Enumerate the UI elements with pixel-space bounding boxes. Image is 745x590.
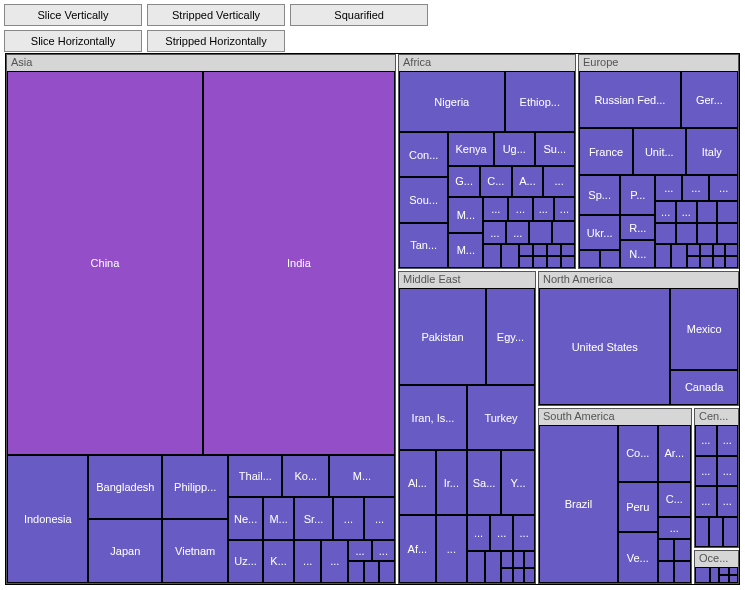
cell-tanzania[interactable]: Tan... <box>399 223 448 268</box>
cell-africa-s9[interactable] <box>552 221 575 245</box>
cell-uganda[interactable]: Ug... <box>494 132 534 165</box>
cell-africa-s6[interactable]: ... <box>483 221 506 245</box>
cell-me-s7[interactable] <box>501 551 513 569</box>
cell-oc-1[interactable] <box>695 567 710 583</box>
cell-eu-s17[interactable] <box>725 244 738 256</box>
cell-chile[interactable]: C... <box>658 482 691 517</box>
cell-ca-7[interactable] <box>695 517 709 548</box>
cell-asia-small-6[interactable]: ... <box>372 540 395 562</box>
squarified-button[interactable]: Squarified <box>290 4 428 26</box>
cell-afghanistan[interactable]: Af... <box>399 515 436 583</box>
cell-madagascar[interactable]: M... <box>448 233 483 268</box>
cell-eu-s10[interactable] <box>697 223 718 245</box>
cell-me-s1[interactable]: ... <box>436 515 467 583</box>
cell-eu-s0[interactable] <box>579 250 600 268</box>
cell-ethiopia[interactable]: Ethiop... <box>505 71 575 132</box>
cell-eu-s15[interactable] <box>700 244 713 256</box>
cell-sa-s3[interactable] <box>674 539 691 561</box>
cell-eu-s12[interactable] <box>655 244 671 268</box>
cell-kazakhstan[interactable]: K... <box>263 540 294 583</box>
cell-turkey[interactable]: Turkey <box>467 385 535 450</box>
cell-sa-s1[interactable]: ... <box>658 517 691 539</box>
cell-venezuela[interactable]: Ve... <box>618 532 658 583</box>
cell-me-s6[interactable] <box>485 551 501 583</box>
cell-nigeria[interactable]: Nigeria <box>399 71 505 132</box>
region-middle-east[interactable]: Middle East Pakistan Egy... Iran, Is... … <box>398 271 536 584</box>
cell-eu-s1[interactable]: ... <box>655 175 682 201</box>
cell-ca-1[interactable]: ... <box>695 425 717 456</box>
cell-eu-s3[interactable]: ... <box>709 175 738 201</box>
cell-ca-2[interactable]: ... <box>717 425 739 456</box>
cell-eu-s11[interactable] <box>717 223 738 245</box>
cell-me-s10[interactable] <box>501 568 513 583</box>
cell-africa-s2[interactable]: ... <box>483 197 508 221</box>
cell-oc-5[interactable] <box>719 575 728 583</box>
cell-romania[interactable]: R... <box>620 215 655 241</box>
cell-china[interactable]: China <box>7 71 203 455</box>
cell-asia-small-5[interactable]: ... <box>348 540 371 562</box>
cell-eu-s6[interactable] <box>697 201 718 223</box>
cell-sa-s5[interactable] <box>674 561 691 583</box>
cell-me-s2[interactable]: ... <box>467 515 490 550</box>
cell-me-s9[interactable] <box>524 551 535 569</box>
cell-oc-3[interactable] <box>719 567 728 575</box>
cell-russia[interactable]: Russian Fed... <box>579 71 681 128</box>
cell-south-africa[interactable]: Sou... <box>399 177 448 222</box>
cell-korea[interactable]: Ko... <box>282 455 329 497</box>
cell-kenya[interactable]: Kenya <box>448 132 494 165</box>
cell-yemen[interactable]: Y... <box>501 450 535 515</box>
cell-ca-5[interactable]: ... <box>695 486 717 517</box>
cell-me-s11[interactable] <box>513 568 524 583</box>
cell-japan[interactable]: Japan <box>88 519 162 583</box>
cell-asia-small-7[interactable] <box>348 561 364 583</box>
cell-ca-9[interactable] <box>723 517 738 548</box>
cell-africa-s11[interactable] <box>501 244 519 268</box>
cell-germany[interactable]: Ger... <box>681 71 738 128</box>
cell-eu-s13[interactable] <box>671 244 687 268</box>
cell-africa-s1[interactable]: ... <box>543 166 575 198</box>
cell-ca-4[interactable]: ... <box>717 456 739 487</box>
cell-vietnam[interactable]: Vietnam <box>162 519 228 583</box>
region-central-america[interactable]: Cen... ... ... ... ... ... ... <box>694 408 739 548</box>
cell-africa-s14[interactable] <box>547 244 561 256</box>
cell-eu-s2[interactable]: ... <box>682 175 709 201</box>
region-south-america[interactable]: South America Brazil Co... Ar... Peru Ve… <box>538 408 692 584</box>
cell-uzbekistan[interactable]: Uz... <box>228 540 263 583</box>
region-asia[interactable]: Asia China India Indonesia Bangladesh Ja… <box>6 54 396 584</box>
cell-asia-small-4[interactable]: ... <box>321 540 348 583</box>
cell-india[interactable]: India <box>203 71 395 455</box>
cell-oc-4[interactable] <box>729 567 738 575</box>
cell-peru[interactable]: Peru <box>618 482 658 533</box>
cell-ca-8[interactable] <box>709 517 723 548</box>
cell-pakistan[interactable]: Pakistan <box>399 288 486 385</box>
cell-africa-s19[interactable] <box>561 256 575 268</box>
cell-iraq[interactable]: Ir... <box>436 450 467 515</box>
cell-me-s5[interactable] <box>467 551 485 583</box>
cell-me-s8[interactable] <box>513 551 524 569</box>
cell-asia-small-8[interactable] <box>364 561 380 583</box>
cell-africa-s18[interactable] <box>547 256 561 268</box>
cell-africa-s4[interactable]: ... <box>533 197 554 221</box>
cell-asia-small-2[interactable]: ... <box>364 497 395 539</box>
cell-africa-s8[interactable] <box>529 221 552 245</box>
cell-africa-s5[interactable]: ... <box>554 197 575 221</box>
stripped-vertically-button[interactable]: Stripped Vertically <box>147 4 285 26</box>
cell-bangladesh[interactable]: Bangladesh <box>88 455 162 519</box>
cell-eu-s14[interactable] <box>687 244 700 256</box>
cell-congo[interactable]: Con... <box>399 132 448 177</box>
cell-asia-small-9[interactable] <box>379 561 395 583</box>
cell-mozambique[interactable]: M... <box>448 197 483 232</box>
cell-eu-s0b[interactable] <box>600 250 621 268</box>
cell-argentina[interactable]: Ar... <box>658 425 691 482</box>
cell-africa-s10[interactable] <box>483 244 501 268</box>
cell-france[interactable]: France <box>579 128 633 175</box>
cell-indonesia[interactable]: Indonesia <box>7 455 88 583</box>
cell-myanmar[interactable]: M... <box>329 455 395 497</box>
cell-saudi[interactable]: Sa... <box>467 450 501 515</box>
cell-iran[interactable]: Iran, Is... <box>399 385 467 450</box>
cell-canada[interactable]: Canada <box>670 370 738 405</box>
cell-sa-s4[interactable] <box>658 561 675 583</box>
cell-srilanka[interactable]: Sr... <box>294 497 333 539</box>
cell-africa-s13[interactable] <box>533 244 547 256</box>
cell-malaysia[interactable]: M... <box>263 497 294 539</box>
